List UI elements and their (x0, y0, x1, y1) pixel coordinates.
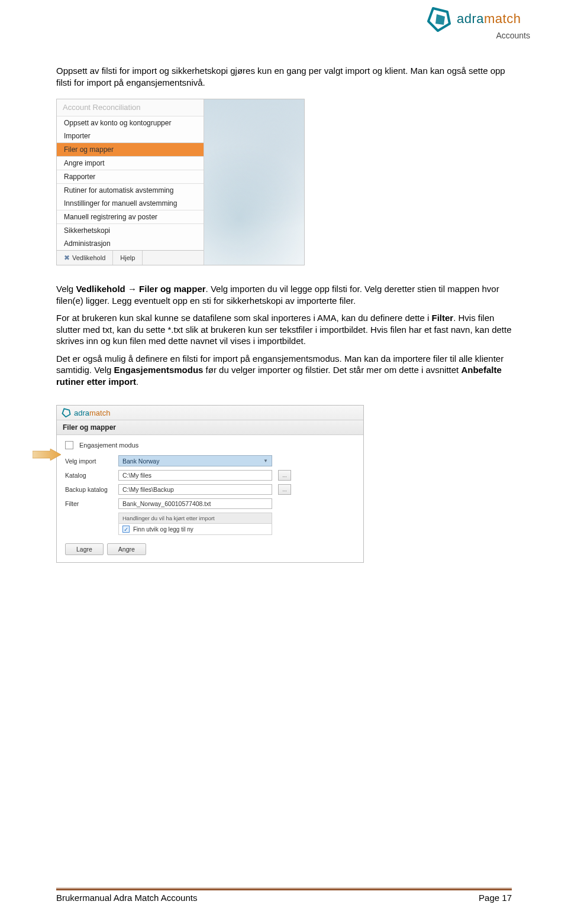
backup-input[interactable]: C:\My files\Backup (118, 484, 272, 495)
svg-marker-1 (435, 14, 445, 25)
menu-screenshot: Account Reconciliation Oppsett av konto … (56, 99, 305, 265)
footer-page: Page 17 (479, 893, 512, 903)
page-footer: Brukermanual Adra Match Accounts Page 17 (56, 888, 512, 903)
cancel-button[interactable]: Angre (107, 543, 146, 555)
logo-subtitle: Accounts (426, 31, 532, 40)
menu-tab-hjelp[interactable]: Hjelp (113, 251, 143, 265)
menu-item[interactable]: Innstillinger for manuell avstemming (57, 197, 204, 210)
menu-item[interactable]: Filer og mapper (57, 142, 204, 157)
paragraph-2: Velg Vedlikehold → Filer og mapper. Velg… (56, 283, 512, 306)
svg-marker-3 (62, 408, 70, 417)
paragraph-4: Det er også mulig å definere en filsti f… (56, 353, 512, 388)
menu-item[interactable]: Manuell registrering av poster (57, 210, 204, 223)
menu-item[interactable]: Rapporter (57, 170, 204, 183)
dialog-title: Filer og mapper (57, 420, 363, 435)
brand-logo: adramatch Accounts (426, 6, 532, 40)
katalog-input[interactable]: C:\My files (118, 470, 272, 481)
dialog-toolbar: adramatch (57, 406, 363, 420)
menu-item[interactable]: Sikkerhetskopi (57, 223, 204, 237)
menu-tab-hjelp-label: Hjelp (120, 254, 135, 261)
dialog-screenshot: adramatch Filer og mapper Engasjement mo… (56, 405, 364, 563)
action-checkbox-row[interactable]: ✓ Finn utvik og legg til ny (118, 523, 272, 535)
chevron-down-icon: ▼ (263, 458, 268, 463)
menu-background-image (204, 99, 304, 265)
paragraph-3: For at brukeren kun skal kunne se datafi… (56, 312, 512, 347)
menu-header: Account Reconciliation (57, 99, 204, 116)
engagement-mode-label: Engasjement modus (79, 442, 138, 449)
callout-arrow-icon (33, 449, 61, 461)
filter-input[interactable]: Bank_Norway_60010577408.txt (118, 498, 272, 509)
action-checkbox-label: Finn utvik og legg til ny (133, 526, 193, 533)
engagement-mode-checkbox[interactable] (65, 441, 73, 449)
save-button[interactable]: Lagre (65, 543, 104, 555)
menu-item[interactable]: Importer (57, 129, 204, 142)
import-select[interactable]: Bank Norway ▼ (118, 455, 272, 466)
menu-item[interactable]: Rutiner for automatisk avstemming (57, 183, 204, 197)
svg-marker-2 (33, 449, 61, 461)
footer-title: Brukermanual Adra Match Accounts (56, 893, 197, 903)
action-checkbox[interactable]: ✓ (122, 526, 130, 533)
menu-tab-vedlikehold[interactable]: ✖ Vedlikehold (57, 251, 113, 265)
intro-paragraph: Oppsett av filsti for import og sikkerhe… (56, 65, 512, 88)
menu-tab-vedlikehold-label: Vedlikehold (72, 254, 105, 261)
wrench-icon: ✖ (64, 254, 70, 262)
import-label: Velg import (65, 458, 112, 465)
intro-line-1: Oppsett av filsti for import og sikkerhe… (56, 66, 411, 76)
menu-item[interactable]: Administrasjon (57, 237, 204, 250)
logo-text: adramatch (457, 11, 521, 27)
filter-label: Filter (65, 500, 112, 507)
logo-mark-icon (426, 6, 452, 32)
backup-browse-button[interactable]: ... (278, 484, 291, 495)
katalog-label: Katalog (65, 472, 112, 479)
menu-item[interactable]: Oppsett av konto og kontogrupper (57, 116, 204, 129)
actions-header: Handlinger du vil ha kjørt etter import (118, 513, 272, 523)
katalog-browse-button[interactable]: ... (278, 470, 291, 481)
dialog-logo-icon (62, 408, 71, 417)
backup-label: Backup katalog (65, 486, 112, 493)
menu-item[interactable]: Angre import (57, 157, 204, 170)
